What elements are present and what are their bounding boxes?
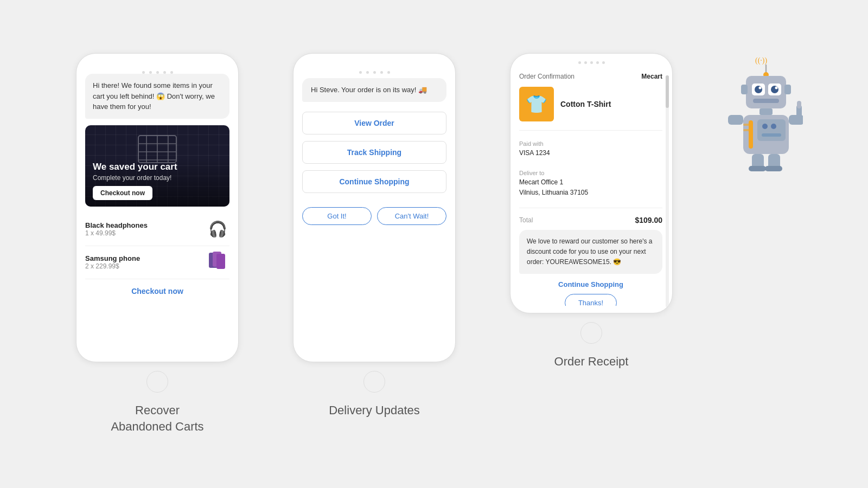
delivery-chat-text: Hi Steve. Your order is on its way! 🚚 (311, 86, 427, 94)
section-delivery: Hi Steve. Your order is on its way! 🚚 Vi… (277, 53, 472, 419)
track-shipping-button[interactable]: Track Shipping (302, 141, 446, 164)
scrollbar-thumb (666, 75, 669, 108)
svg-rect-19 (760, 108, 773, 115)
got-it-button[interactable]: Got It! (302, 207, 372, 225)
chat-text: Hi there! We found some items in your ca… (93, 81, 215, 111)
phone-home-btn-3 (580, 322, 602, 344)
headphones-icon: 🎧 (206, 217, 229, 241)
headphones-qty: 1 x 49.99$ (85, 229, 148, 237)
main-container: Hi there! We found some items in your ca… (27, 42, 841, 445)
continue-shopping-button-delivery[interactable]: Continue Shopping (302, 170, 446, 193)
thanks-button[interactable]: Thanks! (565, 294, 617, 306)
cart-saved-headline: We saved your cart (93, 162, 222, 172)
dot (578, 61, 581, 64)
view-order-button[interactable]: View Order (302, 112, 446, 134)
dot (584, 61, 587, 64)
tshirt-icon: 👕 (519, 87, 554, 121)
divider-1 (519, 130, 662, 131)
robot-section: ((·)) (711, 53, 808, 178)
svg-rect-25 (762, 133, 781, 137)
receipt-total-row: Total $109.00 (519, 213, 662, 230)
svg-rect-35 (743, 129, 750, 131)
divider-2 (519, 208, 662, 208)
svg-rect-34 (743, 124, 750, 126)
svg-point-13 (771, 86, 778, 93)
svg-rect-22 (757, 119, 786, 141)
svg-rect-17 (741, 85, 748, 94)
scrollbar-track (666, 75, 669, 307)
discount-bubble: We love to reward our customer so here's… (519, 230, 662, 274)
continue-shopping-receipt[interactable]: Continue Shopping (519, 280, 662, 288)
receipt-paid-section: Paid with VISA 1234 (519, 135, 662, 164)
svg-rect-32 (749, 166, 766, 171)
antenna-signal: ((·)) (755, 56, 767, 65)
paid-with-label: Paid with (519, 140, 662, 147)
visa-value: VISA 1234 (519, 148, 662, 158)
phone-frame-2: Hi Steve. Your order is on its way! 🚚 Vi… (293, 53, 456, 362)
samsung-info: Samsung phone 2 x 229.99$ (85, 254, 140, 270)
checkout-now-button-1[interactable]: Checkout now (93, 186, 152, 200)
discount-text: We love to reward our customer so here's… (527, 237, 653, 266)
headphones-info: Black headphones 1 x 49.99$ (85, 221, 148, 237)
receipt-product-row: 👕 Cotton T-Shirt (519, 87, 662, 121)
receipt-frame: Order Confirmation Mecart 👕 Cotton T-Shi… (510, 53, 673, 313)
action-btns-row: Got It! Can't Wait! (302, 207, 446, 225)
receipt-brand: Mecart (641, 73, 662, 80)
cant-wait-button[interactable]: Can't Wait! (377, 207, 446, 225)
dot (590, 61, 593, 64)
phone-home-btn-2 (363, 371, 385, 393)
samsung-qty: 2 x 229.99$ (85, 262, 140, 270)
chat-bubble-abandoned: Hi there! We found some items in your ca… (85, 74, 229, 119)
receipt-top-dots (510, 54, 672, 68)
samsung-name: Samsung phone (85, 254, 140, 262)
product-row-headphones: Black headphones 1 x 49.99$ 🎧 (85, 213, 229, 246)
section-abandoned-cart: Hi there! We found some items in your ca… (60, 53, 255, 434)
label-order-receipt: Order Receipt (554, 354, 629, 370)
svg-rect-29 (797, 101, 801, 108)
svg-point-15 (775, 87, 778, 89)
svg-point-24 (771, 124, 776, 129)
receipt-header-label: Order Confirmation (519, 73, 575, 80)
checkout-link-bottom[interactable]: Checkout now (85, 287, 229, 296)
receipt-header: Order Confirmation Mecart (519, 68, 662, 87)
svg-rect-33 (765, 166, 782, 171)
label-abandoned-carts: Recover Abandoned Carts (111, 402, 203, 434)
phone-home-btn-1 (146, 371, 168, 393)
robot-illustration: ((·)) (716, 53, 803, 172)
svg-rect-18 (784, 85, 791, 94)
deliver-to-label: Deliver to (519, 170, 662, 176)
cart-image-overlay: We saved your cart Complete your order t… (85, 125, 229, 207)
total-value: $109.00 (635, 216, 662, 224)
svg-rect-26 (728, 115, 743, 125)
svg-rect-16 (753, 99, 779, 103)
cart-image-block: We saved your cart Complete your order t… (85, 125, 229, 207)
deliver-address: Mecart Office 1 Vilnius, Lithuania 37105 (519, 177, 662, 198)
phone-top-strip-2 (302, 67, 446, 74)
receipt-product-name: Cotton T-Shirt (560, 100, 611, 108)
product-row-phone: Samsung phone 2 x 229.99$ (85, 246, 229, 279)
svg-point-14 (759, 87, 762, 89)
phone-frame-1: Hi there! We found some items in your ca… (76, 53, 239, 362)
receipt-deliver-section: Deliver to Mecart Office 1 Vilnius, Lith… (519, 164, 662, 203)
cart-saved-sub: Complete your order today! (93, 174, 222, 182)
headphones-name: Black headphones (85, 221, 148, 229)
label-delivery-updates: Delivery Updates (329, 402, 420, 419)
receipt-scrollable[interactable]: Order Confirmation Mecart 👕 Cotton T-Shi… (510, 68, 672, 306)
svg-point-12 (755, 86, 762, 93)
delivery-chat-bubble: Hi Steve. Your order is on its way! 🚚 (302, 78, 446, 102)
section-receipt: Order Confirmation Mecart 👕 Cotton T-Shi… (494, 53, 689, 370)
total-label: Total (519, 216, 533, 224)
svg-point-23 (762, 124, 768, 129)
dot (596, 61, 599, 64)
dot (602, 61, 605, 64)
samsung-phone-icon (208, 251, 229, 274)
phone-top-strip-1 (85, 67, 229, 74)
